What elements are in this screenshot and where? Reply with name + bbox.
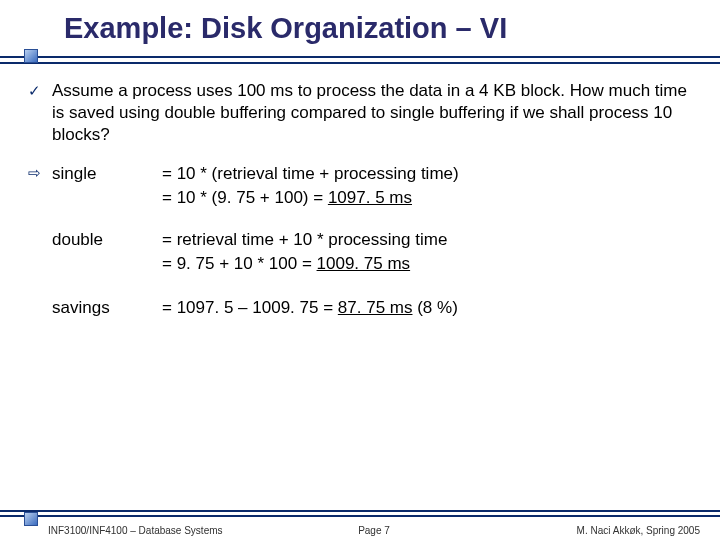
check-icon: ✓ bbox=[28, 80, 52, 146]
savings-pre: = 1097. 5 – 1009. 75 = bbox=[162, 298, 338, 317]
footer-right: M. Naci Akkøk, Spring 2005 bbox=[483, 525, 700, 536]
double-line2a: = 9. 75 + 10 * 100 = bbox=[162, 254, 317, 273]
decor-square-bottom bbox=[24, 512, 38, 526]
double-row: double = retrieval time + 10 * processin… bbox=[52, 228, 692, 276]
footer-left: INF3100/INF4100 – Database Systems bbox=[48, 525, 265, 536]
decor-square-top bbox=[24, 49, 38, 63]
footer-mid: Page 7 bbox=[265, 525, 482, 536]
slide-title: Example: Disk Organization – VI bbox=[64, 12, 507, 45]
bottom-rule-2 bbox=[0, 515, 720, 517]
double-result: 1009. 75 ms bbox=[317, 254, 411, 273]
savings-post: (8 %) bbox=[412, 298, 457, 317]
single-expr: = 10 * (retrieval time + processing time… bbox=[162, 162, 692, 210]
double-line1: = retrieval time + 10 * processing time bbox=[162, 230, 447, 249]
top-rule-2 bbox=[0, 62, 720, 64]
question-text: Assume a process uses 100 ms to process … bbox=[52, 80, 692, 146]
footer: INF3100/INF4100 – Database Systems Page … bbox=[48, 525, 700, 536]
single-row: ⇨ single = 10 * (retrieval time + proces… bbox=[28, 162, 692, 210]
single-line2a: = 10 * (9. 75 + 100) = bbox=[162, 188, 328, 207]
savings-result: 87. 75 ms bbox=[338, 298, 413, 317]
question-row: ✓ Assume a process uses 100 ms to proces… bbox=[28, 80, 692, 146]
top-rule-1 bbox=[0, 56, 720, 58]
arrow-icon: ⇨ bbox=[28, 162, 52, 210]
double-expr: = retrieval time + 10 * processing time … bbox=[162, 228, 692, 276]
savings-expr: = 1097. 5 – 1009. 75 = 87. 75 ms (8 %) bbox=[162, 296, 692, 320]
double-label: double bbox=[52, 228, 162, 276]
slide-content: ✓ Assume a process uses 100 ms to proces… bbox=[28, 80, 692, 340]
single-line1: = 10 * (retrieval time + processing time… bbox=[162, 164, 459, 183]
bottom-rule-1 bbox=[0, 510, 720, 512]
savings-row: savings = 1097. 5 – 1009. 75 = 87. 75 ms… bbox=[52, 296, 692, 320]
savings-label: savings bbox=[52, 296, 162, 320]
single-label: single bbox=[52, 162, 162, 210]
single-result: 1097. 5 ms bbox=[328, 188, 412, 207]
